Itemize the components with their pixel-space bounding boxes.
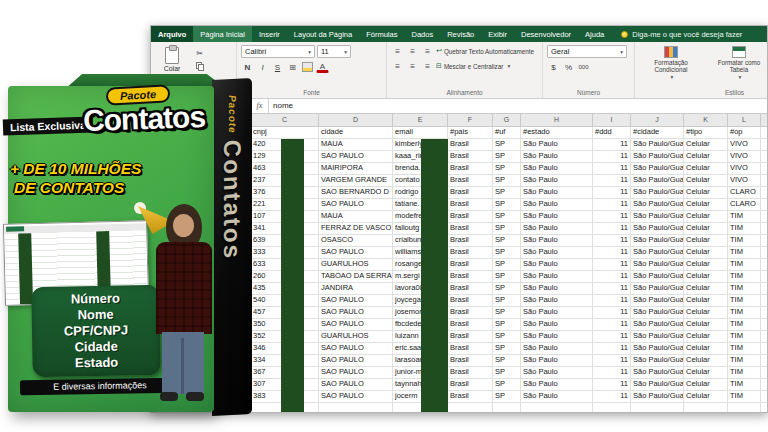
cell[interactable]: São Paulo/Gua	[631, 139, 684, 151]
cell[interactable]: SP	[493, 307, 521, 319]
cell[interactable]: SP	[493, 223, 521, 235]
cell[interactable]: CLARO	[728, 199, 761, 211]
cell[interactable]: São Paulo/Gua	[631, 259, 684, 271]
cell[interactable]: email	[393, 127, 448, 139]
cell[interactable]: São Paulo	[521, 295, 593, 307]
cell[interactable]: #pais	[448, 127, 493, 139]
cell[interactable]: Celular	[684, 307, 728, 319]
cut-icon[interactable]: ✂	[193, 47, 206, 59]
percent-format-icon[interactable]: %	[562, 61, 575, 73]
number-format-select[interactable]: Geral ▾	[547, 45, 627, 58]
cell[interactable]	[593, 403, 631, 412]
cell[interactable]: TIM	[728, 367, 761, 379]
cell[interactable]: 11	[593, 391, 631, 403]
cell[interactable]: #tipo	[684, 127, 728, 139]
cell[interactable]: 11	[593, 355, 631, 367]
cell[interactable]: 11	[593, 319, 631, 331]
cell[interactable]: Celular	[684, 175, 728, 187]
cell[interactable]: Brasil	[448, 223, 493, 235]
cell[interactable]: 11	[593, 331, 631, 343]
cell[interactable]: 11	[593, 163, 631, 175]
cell[interactable]: Celular	[684, 139, 728, 151]
cell[interactable]: Brasil	[448, 211, 493, 223]
cell[interactable]: SP	[493, 235, 521, 247]
cell[interactable]: Brasil	[448, 259, 493, 271]
cell[interactable]: Brasil	[448, 391, 493, 403]
cell[interactable]: GUARULHOS	[319, 259, 393, 271]
cell[interactable]: Celular	[684, 187, 728, 199]
cell[interactable]: São Paulo	[521, 343, 593, 355]
cell[interactable]: Brasil	[448, 331, 493, 343]
italic-button[interactable]: I	[256, 61, 269, 73]
tab-f-rmulas[interactable]: Fórmulas	[359, 26, 404, 42]
cell[interactable]: São Paulo/Gua	[631, 355, 684, 367]
cell[interactable]: São Paulo/Gua	[631, 379, 684, 391]
column-header-D[interactable]: D	[319, 114, 393, 126]
tell-me-box[interactable]: Diga-me o que você deseja fazer	[621, 26, 742, 42]
column-header-J[interactable]: J	[631, 114, 684, 126]
cell[interactable]: Celular	[684, 319, 728, 331]
cell[interactable]: São Paulo	[521, 307, 593, 319]
cell[interactable]: SP	[493, 379, 521, 391]
cell[interactable]: Celular	[684, 223, 728, 235]
cell[interactable]: Celular	[684, 391, 728, 403]
cell[interactable]: MAUA	[319, 211, 393, 223]
cell[interactable]: 11	[593, 343, 631, 355]
cell[interactable]: VARGEM GRANDE	[319, 175, 393, 187]
cell[interactable]: 11	[593, 367, 631, 379]
cell[interactable]: 11	[593, 223, 631, 235]
cell[interactable]: Celular	[684, 355, 728, 367]
cell[interactable]: JANDIRA	[319, 283, 393, 295]
cell[interactable]: São Paulo/Gua	[631, 283, 684, 295]
cell[interactable]: Celular	[684, 259, 728, 271]
cell[interactable]: SAO PAULO	[319, 343, 393, 355]
cell[interactable]: Celular	[684, 163, 728, 175]
cell[interactable]: São Paulo	[521, 355, 593, 367]
cell[interactable]: 11	[593, 295, 631, 307]
cell[interactable]: São Paulo/Gua	[631, 151, 684, 163]
cell[interactable]: Brasil	[448, 295, 493, 307]
cell[interactable]: São Paulo	[521, 163, 593, 175]
tab-ajuda[interactable]: Ajuda	[578, 26, 611, 42]
column-header-L[interactable]: L	[728, 114, 761, 126]
cell[interactable]: Celular	[684, 331, 728, 343]
cell[interactable]: São Paulo/Gua	[631, 247, 684, 259]
cell[interactable]: 11	[593, 199, 631, 211]
currency-format-icon[interactable]: $	[547, 61, 560, 73]
cell[interactable]: Brasil	[448, 187, 493, 199]
cell[interactable]: São Paulo	[521, 259, 593, 271]
cell[interactable]: SAO PAULO	[319, 247, 393, 259]
column-header-F[interactable]: F	[448, 114, 493, 126]
cell[interactable]: Celular	[684, 379, 728, 391]
cell[interactable]: São Paulo	[521, 283, 593, 295]
cell[interactable]: São Paulo	[521, 211, 593, 223]
align-middle-icon[interactable]: ≡	[406, 60, 419, 72]
font-name-select[interactable]: Calibri ▾	[241, 45, 315, 58]
cell[interactable]: São Paulo/Gua	[631, 391, 684, 403]
cell[interactable]: MAIRIPORA	[319, 163, 393, 175]
cell[interactable]: SAO PAULO	[319, 391, 393, 403]
align-top-icon[interactable]: ≡	[391, 60, 404, 72]
cell[interactable]: TIM	[728, 235, 761, 247]
cell[interactable]: São Paulo/Gua	[631, 235, 684, 247]
cell[interactable]: São Paulo/Gua	[631, 163, 684, 175]
tab-dados[interactable]: Dados	[404, 26, 440, 42]
cell[interactable]: SP	[493, 199, 521, 211]
cell[interactable]: Brasil	[448, 199, 493, 211]
cell[interactable]: SP	[493, 355, 521, 367]
cell[interactable]: TIM	[728, 211, 761, 223]
align-center-icon[interactable]: ≡	[406, 45, 419, 57]
cell[interactable]: SP	[493, 391, 521, 403]
cell[interactable]: SP	[493, 331, 521, 343]
cell[interactable]: Brasil	[448, 355, 493, 367]
cell[interactable]: Brasil	[448, 247, 493, 259]
cell[interactable]: Brasil	[448, 271, 493, 283]
cell[interactable]: Celular	[684, 283, 728, 295]
font-size-select[interactable]: 11 ▾	[317, 45, 351, 58]
cell[interactable]: 11	[593, 271, 631, 283]
cell[interactable]: TIM	[728, 259, 761, 271]
cell[interactable]: São Paulo/Gua	[631, 175, 684, 187]
underline-button[interactable]: S	[271, 61, 284, 73]
cell[interactable]: São Paulo	[521, 379, 593, 391]
cell[interactable]: SAO PAULO	[319, 367, 393, 379]
